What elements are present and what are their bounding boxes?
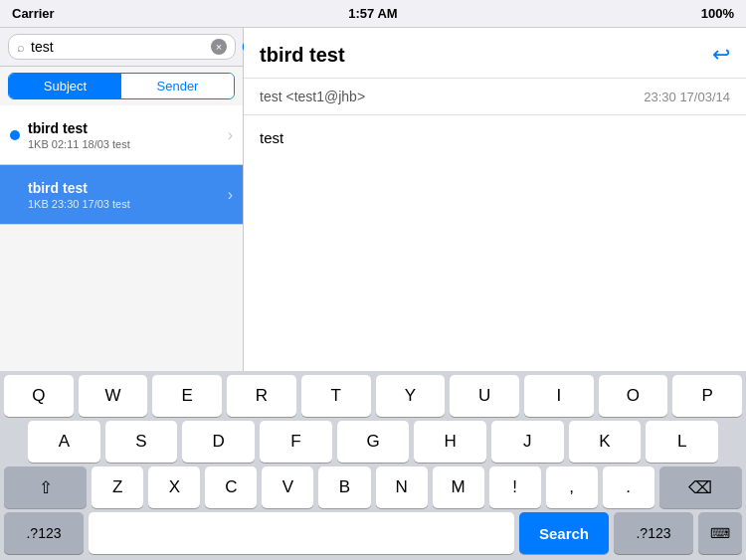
key-H[interactable]: H (414, 421, 486, 463)
segment-control: Subject Sender (8, 73, 235, 99)
mail-content-1: tbird test 1KB 02:11 18/03 test (28, 120, 222, 150)
key-S[interactable]: S (105, 421, 178, 463)
chevron-icon-1: › (228, 126, 233, 144)
email-sender-row: test <test1@jhb> 23:30 17/03/14 (244, 79, 746, 115)
email-body: test (244, 115, 746, 160)
key-G[interactable]: G (337, 421, 410, 463)
key-C[interactable]: C (205, 467, 257, 508)
key-V[interactable]: V (262, 467, 313, 508)
key-Q[interactable]: Q (4, 375, 74, 417)
search-key[interactable]: Search (519, 512, 609, 554)
key-R[interactable]: R (227, 375, 296, 417)
key-D[interactable]: D (182, 421, 255, 463)
email-date: 23:30 17/03/14 (644, 90, 730, 104)
keyboard-row-3: ⇧ Z X C V B N M ! , . ⌫ (0, 463, 746, 508)
key-O[interactable]: O (599, 375, 668, 417)
key-W[interactable]: W (79, 375, 148, 417)
search-bar: ⌕ × Cancel (0, 28, 243, 67)
segment-sender[interactable]: Sender (121, 74, 234, 98)
space-key[interactable] (89, 512, 514, 554)
key-period[interactable]: . (603, 467, 654, 508)
battery-text: 100% (493, 6, 734, 21)
key-N[interactable]: N (376, 467, 428, 508)
email-header: tbird test ↩ (244, 28, 746, 79)
key-I[interactable]: I (524, 375, 594, 417)
backspace-key[interactable]: ⌫ (659, 467, 742, 508)
mail-meta-1: 1KB 02:11 18/03 test (28, 138, 222, 150)
key-comma[interactable]: , (546, 467, 598, 508)
search-clear-button[interactable]: × (211, 39, 227, 55)
search-input[interactable] (31, 39, 205, 55)
search-icon: ⌕ (17, 40, 25, 55)
key-exclamation[interactable]: ! (489, 467, 541, 508)
numbers-right-key[interactable]: .?123 (614, 512, 693, 554)
key-E[interactable]: E (152, 375, 222, 417)
key-J[interactable]: J (491, 421, 564, 463)
mail-title-2: tbird test (28, 180, 222, 196)
numbers-left-key[interactable]: .?123 (4, 512, 84, 554)
key-Z[interactable]: Z (92, 467, 143, 508)
keyboard-row-1: Q W E R T Y U I O P (0, 371, 746, 417)
key-K[interactable]: K (569, 421, 642, 463)
mail-title-1: tbird test (28, 120, 222, 136)
keyboard: Q W E R T Y U I O P A S D F G H J K L ⇧ … (0, 371, 746, 560)
time-text: 1:57 AM (253, 6, 493, 21)
segment-subject[interactable]: Subject (9, 74, 121, 98)
key-M[interactable]: M (433, 467, 484, 508)
shift-key[interactable]: ⇧ (4, 467, 87, 508)
carrier-text: Carrier (12, 6, 253, 21)
unread-dot-2 (10, 190, 20, 200)
key-U[interactable]: U (450, 375, 519, 417)
mail-item-2[interactable]: tbird test 1KB 23:30 17/03 test › (0, 165, 243, 225)
key-B[interactable]: B (318, 467, 370, 508)
key-F[interactable]: F (260, 421, 332, 463)
status-bar: Carrier 1:57 AM 100% (0, 0, 746, 28)
mail-item-1[interactable]: tbird test 1KB 02:11 18/03 test › (0, 105, 243, 165)
mail-content-2: tbird test 1KB 23:30 17/03 test (28, 180, 222, 210)
email-title: tbird test (260, 44, 345, 67)
keyboard-bottom-row: .?123 Search .?123 ⌨ (0, 508, 746, 560)
key-Y[interactable]: Y (376, 375, 446, 417)
email-sender: test <test1@jhb> (260, 89, 365, 104)
keyboard-hide-key[interactable]: ⌨ (698, 512, 742, 554)
key-L[interactable]: L (646, 421, 718, 463)
key-P[interactable]: P (672, 375, 742, 417)
key-T[interactable]: T (301, 375, 371, 417)
chevron-icon-2: › (228, 186, 233, 204)
mail-meta-2: 1KB 23:30 17/03 test (28, 198, 222, 210)
unread-dot (10, 130, 20, 140)
reply-icon[interactable]: ↩ (712, 42, 730, 68)
keyboard-row-2: A S D F G H J K L (0, 417, 746, 463)
key-X[interactable]: X (148, 467, 200, 508)
key-A[interactable]: A (28, 421, 100, 463)
search-input-wrapper: ⌕ × (8, 34, 236, 60)
